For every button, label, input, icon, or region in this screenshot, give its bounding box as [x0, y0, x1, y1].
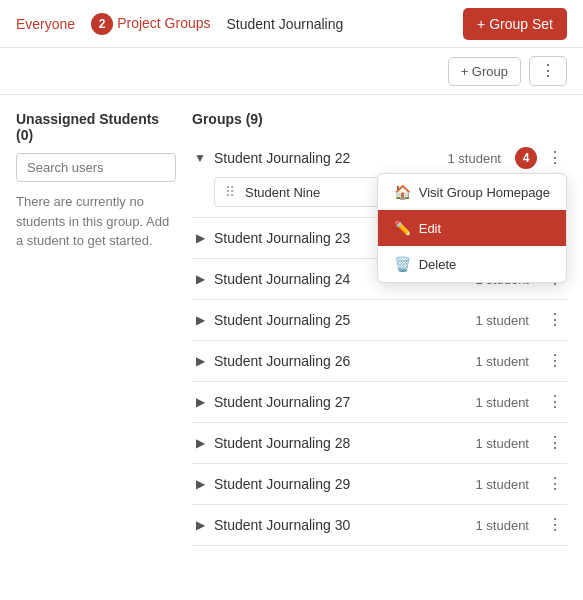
student-count: 1 student: [476, 313, 530, 328]
tabs: Everyone 2Project Groups Student Journal…: [16, 9, 343, 39]
group-name: Student Journaling 25: [214, 312, 470, 328]
groups-list: ▼ Student Journaling 22 1 student 4 ⋮ ⠿ …: [192, 137, 567, 546]
expand-icon[interactable]: ▼: [192, 150, 208, 166]
expand-icon[interactable]: ▶: [192, 312, 208, 328]
group-name: Student Journaling 29: [214, 476, 470, 492]
left-panel: Unassigned Students (0) There are curren…: [16, 111, 176, 546]
empty-message: There are currently no students in this …: [16, 192, 176, 251]
add-group-button[interactable]: + Group: [448, 57, 521, 86]
group-row: ▶ Student Journaling 28 1 student ⋮: [192, 423, 567, 464]
tab-everyone[interactable]: Everyone: [16, 12, 75, 36]
toolbar: + Group ⋮: [0, 48, 583, 95]
tab-student-journaling[interactable]: Student Journaling: [227, 12, 344, 36]
group-name: Student Journaling 27: [214, 394, 470, 410]
tab-project-groups[interactable]: 2Project Groups: [91, 9, 210, 39]
right-panel: Groups (9) ▼ Student Journaling 22 1 stu…: [192, 111, 567, 546]
group-badge: 4: [515, 147, 537, 169]
expand-icon[interactable]: ▶: [192, 517, 208, 533]
row-menu-button[interactable]: ⋮: [543, 351, 567, 371]
menu-label: Delete: [419, 257, 457, 272]
row-menu-button[interactable]: ⋮: [543, 310, 567, 330]
dropdown-item[interactable]: 🗑️ Delete: [378, 246, 566, 282]
expand-icon[interactable]: ▶: [192, 394, 208, 410]
expand-icon[interactable]: ▶: [192, 230, 208, 246]
group-row: ▶ Student Journaling 30 1 student ⋮: [192, 505, 567, 546]
row-menu-button[interactable]: ⋮: [543, 392, 567, 412]
student-count: 1 student: [476, 518, 530, 533]
drag-handle-icon: ⠿: [225, 184, 235, 200]
student-count: 1 student: [476, 354, 530, 369]
group-row: ▶ Student Journaling 26 1 student ⋮: [192, 341, 567, 382]
group-row-header: ▶ Student Journaling 30 1 student ⋮: [192, 515, 567, 535]
menu-icon: 🗑️: [394, 256, 411, 272]
groups-title: Groups (9): [192, 111, 567, 127]
menu-label: Edit: [419, 221, 441, 236]
group-row-header: ▶ Student Journaling 26 1 student ⋮: [192, 351, 567, 371]
search-input[interactable]: [16, 153, 176, 182]
dropdown-item[interactable]: 🏠 Visit Group Homepage: [378, 174, 566, 210]
dropdown-item[interactable]: ✏️ Edit: [378, 210, 566, 246]
row-menu-button[interactable]: ⋮: [543, 148, 567, 168]
toolbar-kebab-button[interactable]: ⋮: [529, 56, 567, 86]
group-name: Student Journaling 26: [214, 353, 470, 369]
menu-icon: 🏠: [394, 184, 411, 200]
group-row: ▼ Student Journaling 22 1 student 4 ⋮ ⠿ …: [192, 137, 567, 218]
student-count: 1 student: [476, 477, 530, 492]
main-content: Unassigned Students (0) There are curren…: [0, 95, 583, 562]
group-name: Student Journaling 30: [214, 517, 470, 533]
group-row-header: ▶ Student Journaling 27 1 student ⋮: [192, 392, 567, 412]
expand-icon[interactable]: ▶: [192, 271, 208, 287]
group-name: Student Journaling 28: [214, 435, 470, 451]
tab-badge: 2: [91, 13, 113, 35]
group-row-header: ▶ Student Journaling 28 1 student ⋮: [192, 433, 567, 453]
menu-label: Visit Group Homepage: [419, 185, 550, 200]
student-count: 1 student: [448, 151, 502, 166]
expand-icon[interactable]: ▶: [192, 435, 208, 451]
group-row: ▶ Student Journaling 29 1 student ⋮: [192, 464, 567, 505]
group-set-button[interactable]: + Group Set: [463, 8, 567, 40]
row-menu-button[interactable]: ⋮: [543, 433, 567, 453]
expand-icon[interactable]: ▶: [192, 476, 208, 492]
group-row-header: ▶ Student Journaling 29 1 student ⋮: [192, 474, 567, 494]
group-row-header: ▶ Student Journaling 25 1 student ⋮: [192, 310, 567, 330]
unassigned-title: Unassigned Students (0): [16, 111, 176, 143]
row-menu-button[interactable]: ⋮: [543, 474, 567, 494]
student-count: 1 student: [476, 395, 530, 410]
dropdown-menu: 🏠 Visit Group Homepage ✏️ Edit 🗑️ Delete: [377, 173, 567, 283]
row-menu-button[interactable]: ⋮: [543, 515, 567, 535]
group-name: Student Journaling 22: [214, 150, 442, 166]
header: Everyone 2Project Groups Student Journal…: [0, 0, 583, 48]
group-row: ▶ Student Journaling 25 1 student ⋮: [192, 300, 567, 341]
group-row-header: ▼ Student Journaling 22 1 student 4 ⋮: [192, 147, 567, 169]
expand-icon[interactable]: ▶: [192, 353, 208, 369]
student-count: 1 student: [476, 436, 530, 451]
menu-icon: ✏️: [394, 220, 411, 236]
group-row: ▶ Student Journaling 27 1 student ⋮: [192, 382, 567, 423]
